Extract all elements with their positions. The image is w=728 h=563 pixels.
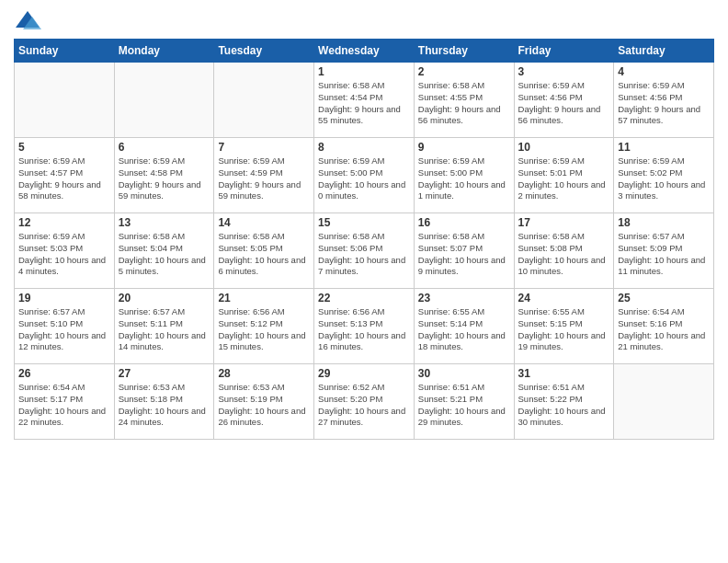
day-info: Sunrise: 6:59 AM Sunset: 4:56 PM Dayligh… bbox=[618, 80, 710, 127]
day-number: 14 bbox=[218, 216, 310, 229]
day-info: Sunrise: 6:59 AM Sunset: 4:56 PM Dayligh… bbox=[518, 80, 610, 127]
day-info: Sunrise: 6:54 AM Sunset: 5:16 PM Dayligh… bbox=[618, 306, 710, 353]
calendar-week-3: 12Sunrise: 6:59 AM Sunset: 5:03 PM Dayli… bbox=[15, 213, 714, 289]
day-info: Sunrise: 6:58 AM Sunset: 5:05 PM Dayligh… bbox=[218, 231, 310, 278]
day-number: 13 bbox=[119, 216, 210, 229]
calendar-cell: 27Sunrise: 6:53 AM Sunset: 5:18 PM Dayli… bbox=[114, 364, 214, 440]
day-number: 30 bbox=[418, 367, 510, 380]
day-number: 21 bbox=[218, 292, 310, 304]
day-info: Sunrise: 6:53 AM Sunset: 5:19 PM Dayligh… bbox=[218, 382, 310, 429]
day-info: Sunrise: 6:59 AM Sunset: 5:00 PM Dayligh… bbox=[418, 155, 510, 202]
day-info: Sunrise: 6:54 AM Sunset: 5:17 PM Dayligh… bbox=[18, 382, 110, 429]
calendar-cell bbox=[214, 63, 314, 138]
day-number: 22 bbox=[318, 292, 410, 304]
calendar-cell: 25Sunrise: 6:54 AM Sunset: 5:16 PM Dayli… bbox=[614, 289, 714, 364]
calendar-cell: 19Sunrise: 6:57 AM Sunset: 5:10 PM Dayli… bbox=[15, 289, 115, 364]
day-info: Sunrise: 6:58 AM Sunset: 5:07 PM Dayligh… bbox=[418, 231, 510, 278]
day-info: Sunrise: 6:57 AM Sunset: 5:11 PM Dayligh… bbox=[119, 306, 210, 353]
calendar-week-2: 5Sunrise: 6:59 AM Sunset: 4:57 PM Daylig… bbox=[15, 138, 714, 213]
calendar-cell: 30Sunrise: 6:51 AM Sunset: 5:21 PM Dayli… bbox=[414, 364, 514, 440]
calendar-cell bbox=[15, 63, 115, 138]
calendar-cell: 17Sunrise: 6:58 AM Sunset: 5:08 PM Dayli… bbox=[514, 213, 614, 289]
day-info: Sunrise: 6:55 AM Sunset: 5:14 PM Dayligh… bbox=[418, 306, 510, 353]
calendar-header-friday: Friday bbox=[514, 40, 614, 63]
day-info: Sunrise: 6:58 AM Sunset: 4:55 PM Dayligh… bbox=[418, 80, 510, 127]
day-number: 9 bbox=[418, 141, 510, 154]
calendar-cell: 22Sunrise: 6:56 AM Sunset: 5:13 PM Dayli… bbox=[314, 289, 415, 364]
day-number: 6 bbox=[119, 141, 210, 154]
day-number: 1 bbox=[318, 65, 410, 78]
calendar-cell: 20Sunrise: 6:57 AM Sunset: 5:11 PM Dayli… bbox=[114, 289, 214, 364]
calendar-cell: 10Sunrise: 6:59 AM Sunset: 5:01 PM Dayli… bbox=[514, 138, 614, 213]
day-number: 17 bbox=[518, 216, 610, 229]
day-info: Sunrise: 6:55 AM Sunset: 5:15 PM Dayligh… bbox=[518, 306, 610, 353]
calendar-cell: 15Sunrise: 6:58 AM Sunset: 5:06 PM Dayli… bbox=[314, 213, 415, 289]
day-info: Sunrise: 6:58 AM Sunset: 5:08 PM Dayligh… bbox=[518, 231, 610, 278]
day-number: 27 bbox=[119, 367, 210, 380]
calendar-cell bbox=[614, 364, 714, 440]
day-number: 25 bbox=[618, 292, 710, 304]
calendar-header-monday: Monday bbox=[114, 40, 214, 63]
day-info: Sunrise: 6:59 AM Sunset: 5:01 PM Dayligh… bbox=[518, 155, 610, 202]
header bbox=[14, 9, 714, 31]
calendar-week-4: 19Sunrise: 6:57 AM Sunset: 5:10 PM Dayli… bbox=[15, 289, 714, 364]
calendar-cell: 7Sunrise: 6:59 AM Sunset: 4:59 PM Daylig… bbox=[214, 138, 314, 213]
day-number: 31 bbox=[518, 367, 610, 380]
calendar-cell: 5Sunrise: 6:59 AM Sunset: 4:57 PM Daylig… bbox=[15, 138, 115, 213]
day-number: 19 bbox=[18, 292, 110, 304]
logo bbox=[14, 9, 45, 31]
day-info: Sunrise: 6:58 AM Sunset: 4:54 PM Dayligh… bbox=[318, 80, 410, 127]
day-number: 16 bbox=[418, 216, 510, 229]
day-number: 4 bbox=[618, 65, 710, 78]
calendar-week-5: 26Sunrise: 6:54 AM Sunset: 5:17 PM Dayli… bbox=[15, 364, 714, 440]
day-number: 26 bbox=[18, 367, 110, 380]
day-number: 3 bbox=[518, 65, 610, 78]
day-number: 23 bbox=[418, 292, 510, 304]
main-container: SundayMondayTuesdayWednesdayThursdayFrid… bbox=[0, 0, 728, 563]
calendar-cell: 1Sunrise: 6:58 AM Sunset: 4:54 PM Daylig… bbox=[314, 63, 415, 138]
day-number: 10 bbox=[518, 141, 610, 154]
calendar-header-wednesday: Wednesday bbox=[314, 40, 415, 63]
calendar-header-tuesday: Tuesday bbox=[214, 40, 314, 63]
day-number: 15 bbox=[318, 216, 410, 229]
day-number: 7 bbox=[218, 141, 310, 154]
calendar-cell: 16Sunrise: 6:58 AM Sunset: 5:07 PM Dayli… bbox=[414, 213, 514, 289]
calendar-cell: 8Sunrise: 6:59 AM Sunset: 5:00 PM Daylig… bbox=[314, 138, 415, 213]
calendar-header-row: SundayMondayTuesdayWednesdayThursdayFrid… bbox=[15, 40, 714, 63]
day-info: Sunrise: 6:51 AM Sunset: 5:21 PM Dayligh… bbox=[418, 382, 510, 429]
day-info: Sunrise: 6:59 AM Sunset: 4:58 PM Dayligh… bbox=[119, 155, 210, 202]
day-info: Sunrise: 6:59 AM Sunset: 5:03 PM Dayligh… bbox=[18, 231, 110, 278]
day-info: Sunrise: 6:56 AM Sunset: 5:12 PM Dayligh… bbox=[218, 306, 310, 353]
day-number: 24 bbox=[518, 292, 610, 304]
calendar-cell: 4Sunrise: 6:59 AM Sunset: 4:56 PM Daylig… bbox=[614, 63, 714, 138]
day-info: Sunrise: 6:59 AM Sunset: 4:59 PM Dayligh… bbox=[218, 155, 310, 202]
day-number: 20 bbox=[119, 292, 210, 304]
day-info: Sunrise: 6:56 AM Sunset: 5:13 PM Dayligh… bbox=[318, 306, 410, 353]
day-number: 11 bbox=[618, 141, 710, 154]
day-number: 5 bbox=[18, 141, 110, 154]
calendar-cell: 28Sunrise: 6:53 AM Sunset: 5:19 PM Dayli… bbox=[214, 364, 314, 440]
day-info: Sunrise: 6:52 AM Sunset: 5:20 PM Dayligh… bbox=[318, 382, 410, 429]
calendar-cell: 11Sunrise: 6:59 AM Sunset: 5:02 PM Dayli… bbox=[614, 138, 714, 213]
calendar-cell: 2Sunrise: 6:58 AM Sunset: 4:55 PM Daylig… bbox=[414, 63, 514, 138]
day-number: 2 bbox=[418, 65, 510, 78]
calendar-cell: 13Sunrise: 6:58 AM Sunset: 5:04 PM Dayli… bbox=[114, 213, 214, 289]
day-info: Sunrise: 6:59 AM Sunset: 4:57 PM Dayligh… bbox=[18, 155, 110, 202]
day-number: 18 bbox=[618, 216, 710, 229]
calendar-cell: 31Sunrise: 6:51 AM Sunset: 5:22 PM Dayli… bbox=[514, 364, 614, 440]
calendar-cell: 9Sunrise: 6:59 AM Sunset: 5:00 PM Daylig… bbox=[414, 138, 514, 213]
calendar-cell: 21Sunrise: 6:56 AM Sunset: 5:12 PM Dayli… bbox=[214, 289, 314, 364]
calendar-header-saturday: Saturday bbox=[614, 40, 714, 63]
calendar-header-thursday: Thursday bbox=[414, 40, 514, 63]
logo-icon bbox=[14, 9, 41, 31]
day-info: Sunrise: 6:59 AM Sunset: 5:00 PM Dayligh… bbox=[318, 155, 410, 202]
calendar-table: SundayMondayTuesdayWednesdayThursdayFrid… bbox=[14, 39, 714, 440]
day-info: Sunrise: 6:58 AM Sunset: 5:04 PM Dayligh… bbox=[119, 231, 210, 278]
calendar-cell: 29Sunrise: 6:52 AM Sunset: 5:20 PM Dayli… bbox=[314, 364, 415, 440]
day-info: Sunrise: 6:51 AM Sunset: 5:22 PM Dayligh… bbox=[518, 382, 610, 429]
day-info: Sunrise: 6:57 AM Sunset: 5:09 PM Dayligh… bbox=[618, 231, 710, 278]
calendar-cell: 3Sunrise: 6:59 AM Sunset: 4:56 PM Daylig… bbox=[514, 63, 614, 138]
day-info: Sunrise: 6:59 AM Sunset: 5:02 PM Dayligh… bbox=[618, 155, 710, 202]
calendar-cell: 12Sunrise: 6:59 AM Sunset: 5:03 PM Dayli… bbox=[15, 213, 115, 289]
calendar-cell bbox=[114, 63, 214, 138]
